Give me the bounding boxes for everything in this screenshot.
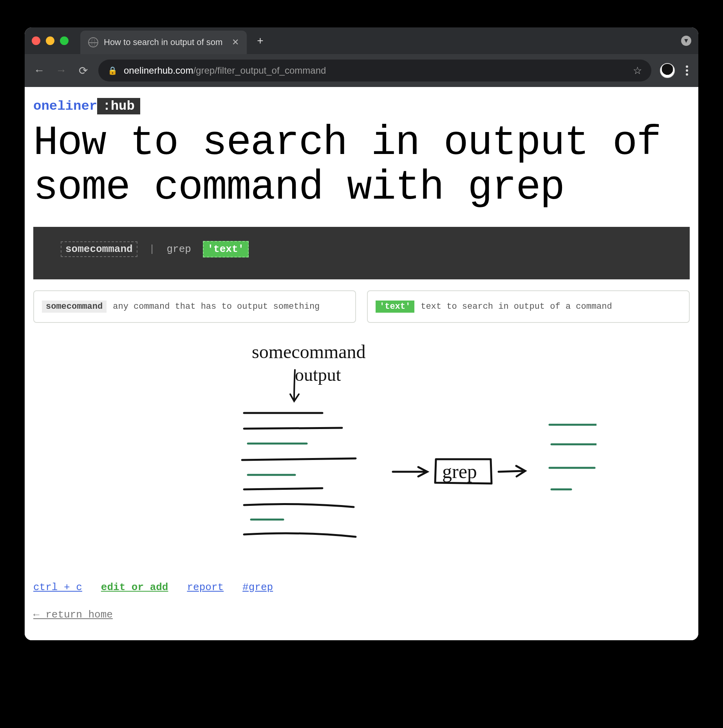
tag-link[interactable]: #grep (242, 581, 273, 593)
copy-link[interactable]: ctrl + c (33, 581, 82, 593)
url-input[interactable]: 🔒 onelinerhub.com/grep/filter_output_of_… (98, 60, 651, 81)
explanation-chip: somecommand (42, 301, 107, 313)
profile-avatar[interactable] (660, 63, 675, 78)
site-logo[interactable]: oneliner:hub (33, 99, 690, 114)
action-links: ctrl + c edit or add report #grep (33, 581, 690, 593)
explanation-chip: 'text' (376, 301, 414, 313)
explanation-row: somecommand any command that has to outp… (33, 290, 690, 323)
browser-tab[interactable]: How to search in output of som ✕ (80, 31, 247, 54)
new-tab-button[interactable]: + (257, 34, 263, 47)
explanation-desc: any command that has to output something (113, 302, 320, 311)
logo-part-one: oneliner (33, 99, 97, 114)
report-link[interactable]: report (187, 581, 224, 593)
explanation-card-command: somecommand any command that has to outp… (33, 290, 356, 323)
page-title: How to search in output of some command … (33, 121, 690, 210)
browser-window: How to search in output of som ✕ + ▼ ← →… (25, 27, 698, 640)
lock-icon: 🔒 (108, 66, 117, 75)
forward-button[interactable]: → (54, 64, 68, 77)
address-bar: ← → ⟳ 🔒 onelinerhub.com/grep/filter_outp… (25, 54, 698, 87)
page-content: oneliner:hub How to search in output of … (25, 87, 698, 640)
minimize-window-button[interactable] (46, 36, 54, 45)
edit-link[interactable]: edit or add (101, 581, 168, 593)
diagram: somecommand output grep (33, 335, 690, 566)
diagram-subtitle-text: output (295, 365, 341, 385)
close-window-button[interactable] (32, 36, 40, 45)
diagram-title-text: somecommand (252, 341, 366, 362)
globe-icon (88, 37, 98, 47)
reload-button[interactable]: ⟳ (76, 64, 90, 77)
url-path: /grep/filter_output_of_command (193, 65, 326, 76)
code-pipe-token: | (149, 243, 155, 255)
code-block: somecommand | grep 'text' (33, 227, 690, 279)
window-controls (32, 36, 69, 45)
back-button[interactable]: ← (33, 64, 46, 77)
explanation-desc: text to search in output of a command (421, 302, 612, 311)
chevron-down-icon[interactable]: ▼ (681, 36, 691, 46)
diagram-grep-text: grep (442, 460, 477, 482)
titlebar: How to search in output of som ✕ + ▼ (25, 27, 698, 54)
maximize-window-button[interactable] (60, 36, 69, 45)
code-grep-token: grep (166, 243, 191, 255)
return-home-link[interactable]: ← return home (33, 609, 113, 621)
url-domain: onelinerhub.com (124, 65, 193, 76)
logo-part-hub: :hub (97, 98, 140, 114)
code-text-token[interactable]: 'text' (203, 241, 249, 257)
tab-title: How to search in output of som (104, 37, 222, 47)
explanation-card-text: 'text' text to search in output of a com… (367, 290, 690, 323)
close-tab-icon[interactable]: ✕ (232, 37, 239, 47)
code-command-token[interactable]: somecommand (61, 241, 137, 257)
bookmark-star-icon[interactable]: ☆ (633, 65, 642, 77)
browser-menu-button[interactable] (683, 65, 690, 76)
